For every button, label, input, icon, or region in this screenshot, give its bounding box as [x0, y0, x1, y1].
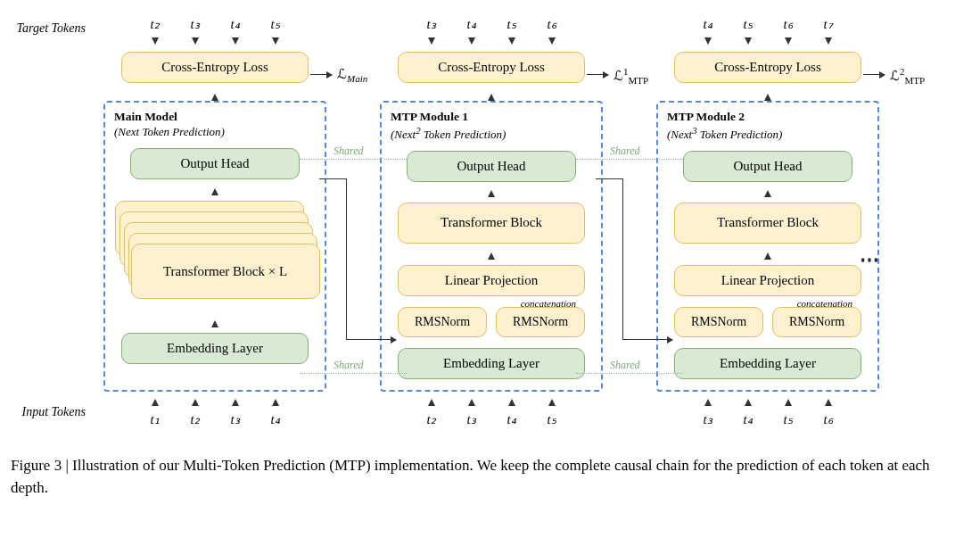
loss-arrow: [863, 74, 885, 75]
col-mtp2: t₄ t₅ t₆ t₇ Cross-Entropy Loss ℒ2MTP MTP…: [656, 16, 879, 431]
target-tokens-row: t₄ t₅ t₆ t₇: [688, 16, 848, 32]
input-tokens-row: t₃ t₄ t₅ t₆: [688, 411, 848, 427]
loss-arrow: [310, 74, 332, 75]
module-title-bold: Main Model: [114, 110, 177, 123]
arrows-down: [135, 36, 295, 50]
transformer-block: Transformer Block × L: [131, 244, 320, 299]
col-main: t₂ t₃ t₄ t₅ Cross-Entropy Loss ℒMain Mai…: [103, 16, 326, 431]
shared-label: Shared: [334, 359, 364, 372]
embedding-layer: Embedding Layer: [121, 333, 309, 364]
input-tokens-row: t₁ t₂ t₃ t₄: [135, 411, 295, 427]
tok: t₅: [499, 16, 524, 32]
tok: t₄: [696, 16, 721, 32]
module-title-bold: MTP Module 1: [391, 110, 468, 123]
cross-entropy-loss: Cross-Entropy Loss: [121, 52, 309, 83]
rmsnorm: RMSNorm: [398, 307, 487, 337]
tok: t₄: [499, 411, 524, 427]
rmsnorm-row: RMSNorm RMSNorm: [674, 307, 861, 337]
target-tokens-row: t₂ t₃ t₄ t₅: [135, 16, 295, 32]
arrows-down: [411, 36, 572, 50]
loss-main-label: ℒMain: [337, 66, 367, 84]
input-tokens-label: Input Tokens: [22, 405, 86, 419]
module-title-sub: (Next2 Token Prediction): [391, 128, 506, 141]
tok: t₃: [419, 16, 444, 32]
tok: t₇: [816, 16, 841, 32]
loss-mtp2-label: ℒ2MTP: [890, 66, 925, 86]
tok: t₂: [419, 411, 444, 427]
tok: t₃: [223, 411, 248, 427]
module-title: MTP Module 2 (Next3 Token Prediction): [667, 110, 782, 142]
transformer-stack: Transformer Block × L: [115, 201, 316, 299]
connector: [346, 339, 396, 340]
tok: t₃: [459, 411, 484, 427]
arrows-up: [688, 395, 848, 410]
linear-projection: Linear Projection: [398, 265, 585, 296]
tok: t₆: [776, 16, 801, 32]
connector: [622, 339, 672, 340]
tok: t₃: [183, 16, 208, 32]
rmsnorm-row: RMSNorm RMSNorm: [398, 307, 585, 337]
tok: t₅: [736, 16, 761, 32]
shared-line: [300, 159, 407, 160]
output-head: Output Head: [683, 151, 852, 182]
tok: t₂: [143, 16, 168, 32]
mtp-diagram: Target Tokens Input Tokens t₂ t₃ t₄ t₅ C…: [11, 16, 969, 435]
rmsnorm: RMSNorm: [496, 307, 585, 337]
tok: t₆: [816, 411, 841, 427]
output-head: Output Head: [407, 151, 576, 182]
arrows-up: [411, 395, 572, 410]
rmsnorm: RMSNorm: [772, 307, 861, 337]
tok: t₁: [143, 411, 168, 427]
tok: t₂: [183, 411, 208, 427]
cross-entropy-loss: Cross-Entropy Loss: [398, 52, 585, 83]
left-axis-labels: Target Tokens Input Tokens: [11, 16, 91, 435]
connector: [622, 178, 623, 339]
connector: [596, 178, 622, 179]
module-title-sub: (Next Token Prediction): [114, 125, 225, 138]
arrows-up: [135, 395, 295, 410]
connector: [319, 178, 346, 179]
figure-caption: Figure 3 | Illustration of our Multi-Tok…: [11, 455, 956, 499]
arrows-down: [688, 36, 848, 50]
linear-projection: Linear Projection: [674, 265, 861, 296]
main-model-box: Main Model (Next Token Prediction) Outpu…: [103, 101, 326, 392]
connector: [346, 178, 347, 339]
shared-line: [576, 159, 683, 160]
module-title-sub: (Next3 Token Prediction): [667, 128, 782, 141]
tok: t₄: [223, 16, 248, 32]
columns: t₂ t₃ t₄ t₅ Cross-Entropy Loss ℒMain Mai…: [103, 16, 879, 431]
target-tokens-label: Target Tokens: [17, 21, 86, 36]
output-head: Output Head: [130, 148, 300, 179]
shared-label: Shared: [334, 145, 364, 158]
loss-arrow: [587, 74, 608, 75]
target-tokens-row: t₃ t₄ t₅ t₆: [411, 16, 572, 32]
mtp2-box: MTP Module 2 (Next3 Token Prediction) Ou…: [656, 101, 879, 392]
rmsnorm: RMSNorm: [674, 307, 763, 337]
tok: t₃: [696, 411, 721, 427]
ellipsis: ⋯: [860, 248, 881, 271]
tok: t₄: [459, 16, 484, 32]
input-tokens-row: t₂ t₃ t₄ t₅: [411, 411, 572, 427]
loss-mtp1-label: ℒ1MTP: [614, 66, 648, 86]
transformer-block: Transformer Block: [398, 203, 585, 244]
tok: t₄: [263, 411, 288, 427]
shared-label: Shared: [610, 145, 640, 158]
embedding-layer: Embedding Layer: [398, 348, 585, 379]
tok: t₄: [736, 411, 761, 427]
module-title: Main Model (Next Token Prediction): [114, 110, 225, 139]
col-mtp1: t₃ t₄ t₅ t₆ Cross-Entropy Loss ℒ1MTP MTP…: [380, 16, 603, 431]
shared-line: [300, 373, 407, 374]
transformer-block: Transformer Block: [674, 203, 861, 244]
cross-entropy-loss: Cross-Entropy Loss: [674, 52, 861, 83]
tok: t₆: [539, 16, 564, 32]
shared-line: [576, 373, 683, 374]
tok: t₅: [776, 411, 801, 427]
tok: t₅: [539, 411, 564, 427]
shared-label: Shared: [610, 359, 640, 372]
module-title-bold: MTP Module 2: [667, 110, 745, 123]
mtp1-box: MTP Module 1 (Next2 Token Prediction) Ou…: [380, 101, 603, 392]
module-title: MTP Module 1 (Next2 Token Prediction): [391, 110, 506, 142]
tok: t₅: [263, 16, 288, 32]
embedding-layer: Embedding Layer: [674, 348, 861, 379]
